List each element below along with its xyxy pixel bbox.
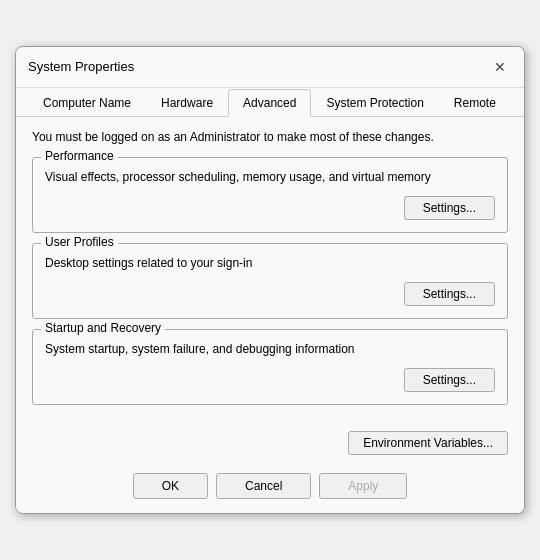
tab-remote[interactable]: Remote (439, 89, 511, 117)
dialog-buttons-area: OK Cancel Apply (16, 463, 524, 513)
user-profiles-description: Desktop settings related to your sign-in (45, 254, 495, 272)
tab-hardware[interactable]: Hardware (146, 89, 228, 117)
close-icon: ✕ (494, 59, 506, 75)
performance-group: Performance Visual effects, processor sc… (32, 157, 508, 233)
title-bar: System Properties ✕ (16, 47, 524, 88)
startup-recovery-description: System startup, system failure, and debu… (45, 340, 495, 358)
close-button[interactable]: ✕ (488, 55, 512, 79)
apply-button[interactable]: Apply (319, 473, 407, 499)
cancel-button[interactable]: Cancel (216, 473, 311, 499)
window-title: System Properties (28, 59, 134, 82)
startup-recovery-settings-button[interactable]: Settings... (404, 368, 495, 392)
admin-notice: You must be logged on as an Administrato… (32, 129, 508, 146)
tab-computer-name[interactable]: Computer Name (28, 89, 146, 117)
tab-system-protection[interactable]: System Protection (311, 89, 438, 117)
performance-settings-button[interactable]: Settings... (404, 196, 495, 220)
content-area: You must be logged on as an Administrato… (16, 117, 524, 428)
user-profiles-group: User Profiles Desktop settings related t… (32, 243, 508, 319)
performance-description: Visual effects, processor scheduling, me… (45, 168, 495, 186)
ok-button[interactable]: OK (133, 473, 208, 499)
startup-recovery-group: Startup and Recovery System startup, sys… (32, 329, 508, 405)
user-profiles-group-label: User Profiles (41, 235, 118, 249)
user-profiles-settings-button[interactable]: Settings... (404, 282, 495, 306)
performance-group-label: Performance (41, 149, 118, 163)
environment-variables-button[interactable]: Environment Variables... (348, 431, 508, 455)
startup-recovery-group-label: Startup and Recovery (41, 321, 165, 335)
env-section: Environment Variables... (16, 427, 524, 463)
tab-advanced[interactable]: Advanced (228, 89, 311, 117)
tabs-container: Computer Name Hardware Advanced System P… (16, 88, 524, 117)
system-properties-window: System Properties ✕ Computer Name Hardwa… (15, 46, 525, 515)
